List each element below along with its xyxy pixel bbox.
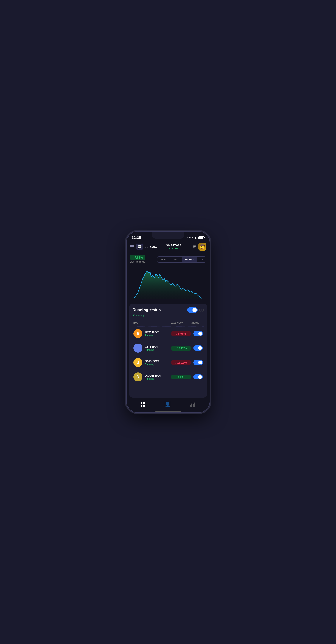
bot-row-eth: Ξ ETH BOT Running ↑ 10.28% (132, 341, 204, 355)
doge-bot-name: DOGE BOT (145, 374, 171, 377)
bnb-week-badge: ↓ 15.15% (171, 360, 191, 365)
btc-toggle[interactable] (193, 331, 203, 336)
time-filters: 24H Week Month All (157, 256, 206, 262)
price-change: ▲ 1.06% (160, 247, 188, 250)
signal-dots-icon (188, 238, 193, 238)
filter-week[interactable]: Week (169, 256, 182, 262)
chart-label: Bot incomes (130, 260, 146, 263)
dashboard-icon (140, 402, 145, 407)
bot-row-btc: ₿ BTC BOT Running ↓ 5.95% (132, 326, 204, 341)
status-time: 12:35 (132, 236, 141, 240)
col-bot-header: Bot (134, 321, 166, 324)
eth-bot-status: Running (145, 348, 171, 352)
nav-dashboard[interactable] (140, 402, 145, 407)
price-container: $0.347018 ▲ 1.06% (160, 244, 188, 250)
header-divider (190, 244, 190, 250)
doge-bot-status: Running (145, 377, 171, 380)
price-value: $0.347018 (160, 244, 188, 247)
doge-week-badge: ↑ 0% (171, 374, 191, 380)
chart-section: ↑ 7.83% Bot incomes 24H Week Month All (126, 252, 210, 302)
status-icons: ▲ (188, 236, 204, 240)
bnb-icon: B (134, 358, 142, 367)
bnb-bot-status: Running (145, 363, 171, 366)
status-toggle-area: i (187, 307, 204, 313)
main-toggle[interactable] (187, 307, 198, 313)
bnb-toggle[interactable] (193, 360, 203, 365)
bnb-bot-name: BNB BOT (145, 359, 171, 363)
eth-bot-info: ETH BOT Running (145, 345, 171, 352)
status-card: Running status i Running Bot Last week S… (129, 304, 207, 398)
btc-bot-status: Running (145, 334, 171, 337)
eth-toggle[interactable] (193, 346, 203, 351)
bot-row-bnb: B BNB BOT Running ↓ 15.15% (132, 355, 204, 370)
btc-week-badge: ↓ 5.95% (171, 331, 191, 336)
logo-icon (136, 244, 143, 250)
bottom-nav: 👤 (126, 399, 210, 410)
status-card-title: Running status (132, 308, 161, 312)
running-label: Running (132, 314, 204, 317)
home-indicator (155, 411, 181, 412)
btc-bot-info: BTC BOT Running (145, 330, 171, 337)
btc-icon: ₿ (134, 329, 142, 338)
logo: bot easy (136, 244, 158, 250)
col-week-header: Last week (166, 321, 188, 324)
doge-bot-info: DOGE BOT Running (145, 374, 171, 380)
income-chart (130, 266, 206, 300)
filter-month[interactable]: Month (182, 256, 197, 262)
bnb-bot-info: BNB BOT Running (145, 359, 171, 366)
performance-badge: ↑ 7.83% (130, 255, 146, 260)
app-name: bot easy (145, 245, 158, 248)
filter-all[interactable]: All (197, 256, 206, 262)
info-button[interactable]: i (199, 308, 204, 312)
bot-table-header: Bot Last week Status (132, 320, 204, 326)
nav-profile[interactable]: 👤 (165, 402, 170, 407)
col-status-header: Status (188, 321, 203, 324)
stats-icon (190, 402, 196, 407)
app-header: bot easy $0.347018 ▲ 1.06% ☀ 🤠 (126, 241, 210, 252)
doge-icon: Ð (134, 372, 142, 382)
bot-row-doge: Ð DOGE BOT Running ↑ 0% (132, 370, 204, 384)
menu-button[interactable] (130, 245, 134, 248)
theme-toggle-icon[interactable]: ☀ (192, 244, 196, 249)
eth-bot-name: ETH BOT (145, 345, 171, 348)
filter-24h[interactable]: 24H (157, 256, 169, 262)
btc-bot-name: BTC BOT (145, 330, 171, 334)
user-avatar[interactable]: 🤠 (198, 243, 206, 250)
header-right: ☀ 🤠 (192, 243, 206, 250)
nav-stats[interactable] (190, 402, 196, 407)
doge-toggle[interactable] (193, 374, 203, 380)
profile-icon: 👤 (165, 402, 170, 407)
battery-icon (198, 236, 204, 239)
wifi-icon: ▲ (194, 236, 197, 240)
eth-week-badge: ↑ 10.28% (171, 346, 191, 351)
eth-icon: Ξ (134, 344, 142, 352)
chart-header: ↑ 7.83% Bot incomes 24H Week Month All (130, 255, 206, 264)
status-card-header: Running status i (132, 307, 204, 313)
